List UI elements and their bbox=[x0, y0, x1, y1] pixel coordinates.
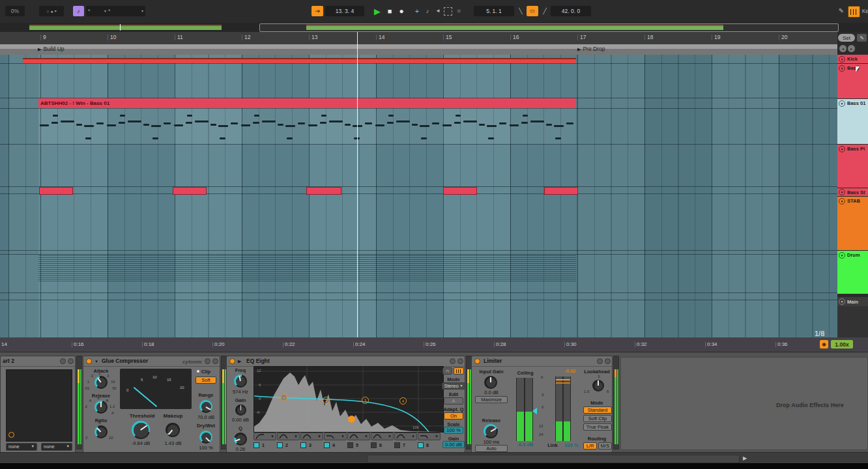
eq-band-4[interactable]: ▼ 4 bbox=[324, 433, 347, 451]
device-eq-eight[interactable]: ▶ EQ Eight Freq 574 Hz Gain 0.00 dB Q 0.… bbox=[226, 356, 465, 453]
xy-dropdown-2[interactable]: none▼ bbox=[41, 443, 72, 451]
filter-type-dropdown[interactable]: ▼ bbox=[347, 433, 370, 440]
mode-dropdown[interactable]: Stereo▼ bbox=[442, 382, 465, 390]
warp-icon[interactable]: ◉ bbox=[820, 340, 828, 348]
follow-button[interactable]: ⇥ bbox=[311, 6, 323, 16]
fold-icon[interactable]: ▾ bbox=[839, 189, 845, 195]
punch-in-icon[interactable]: ╲ bbox=[516, 6, 525, 16]
capture-circle-icon[interactable]: ○ bbox=[454, 6, 463, 16]
range-knob[interactable] bbox=[199, 400, 212, 413]
track-header-bass-st[interactable]: ▾Bass St bbox=[837, 188, 868, 196]
device-glue-compressor[interactable]: ▼ Glue Compressor cytomic Attack .01.1.3… bbox=[83, 356, 220, 453]
band-toggle[interactable] bbox=[300, 442, 306, 448]
track-header-bass-pl[interactable]: ▾Bass Pl bbox=[837, 145, 868, 153]
audition-button[interactable]: ∩ bbox=[442, 367, 452, 375]
low-pass-filter-icon[interactable]: ▼ bbox=[418, 433, 441, 440]
output-gain-value[interactable]: 0.00 dB bbox=[442, 441, 465, 448]
overdub-plus-icon[interactable]: + bbox=[412, 6, 422, 16]
device-drop-zone[interactable]: Drop Audio Effects Here bbox=[620, 357, 868, 450]
routing-lr-button[interactable]: L/R bbox=[583, 442, 597, 449]
groove-combo-2[interactable]: * ▾ bbox=[106, 6, 145, 16]
stop-button[interactable]: ■ bbox=[384, 6, 395, 16]
quantize-menu[interactable] bbox=[65, 6, 70, 16]
fold-icon[interactable]: ▾ bbox=[839, 252, 845, 259]
midi-arrangement-overdub-icon[interactable]: ♪ bbox=[423, 6, 432, 16]
band-toggle[interactable] bbox=[253, 442, 259, 448]
fold-icon[interactable]: ▾ bbox=[839, 100, 845, 107]
time-ruler[interactable]: 14 0:16 0:18 0:20 0:22 0:24 0:26 0:28 0:… bbox=[0, 337, 868, 352]
drum-lanes[interactable] bbox=[38, 255, 576, 281]
drywet-value[interactable]: 100 % bbox=[191, 446, 221, 451]
makeup-value[interactable]: 1.43 dB bbox=[155, 441, 191, 446]
io-indicator[interactable]: ○ ● ▾ bbox=[39, 6, 64, 16]
device-title-bar[interactable]: ▶ EQ Eight bbox=[227, 356, 465, 367]
locator-row[interactable]: ▶Build Up ▶Pre Drop bbox=[0, 44, 837, 55]
back-to-arrangement-icon[interactable]: ◄ bbox=[433, 6, 442, 16]
draw-mode-pencil-icon[interactable]: ✎ bbox=[837, 6, 846, 16]
record-button[interactable]: ● bbox=[396, 6, 407, 16]
band-toggle[interactable] bbox=[371, 442, 377, 448]
track-body-stab[interactable] bbox=[837, 205, 868, 250]
freq-knob[interactable] bbox=[234, 375, 247, 388]
link-value[interactable]: 100 % bbox=[560, 443, 583, 448]
filter-type-dropdown[interactable]: ▼ bbox=[277, 433, 300, 440]
hot-swap-icon[interactable] bbox=[60, 358, 66, 364]
next-marker-button[interactable]: ▸ bbox=[848, 45, 855, 52]
range-value[interactable]: 70.0 dB bbox=[191, 415, 221, 420]
filter-type-dropdown[interactable]: ▼ bbox=[253, 433, 276, 440]
fold-icon[interactable]: ▾ bbox=[839, 146, 845, 152]
computer-midi-keyboard-button[interactable] bbox=[848, 6, 860, 18]
bass-stab-clip[interactable] bbox=[39, 187, 73, 195]
routing-ms-button[interactable]: M/S bbox=[598, 442, 612, 449]
track-body-drum[interactable] bbox=[837, 259, 868, 294]
bass-stab-clip[interactable] bbox=[306, 187, 341, 195]
punch-out-icon[interactable]: ╱ bbox=[540, 6, 549, 16]
xy-pad[interactable] bbox=[6, 369, 72, 442]
gain-knob[interactable] bbox=[235, 405, 246, 416]
eq-band-5[interactable]: ▼ 5 bbox=[347, 433, 370, 451]
track-body-bass01[interactable] bbox=[837, 107, 868, 144]
hot-swap-icon[interactable] bbox=[450, 358, 456, 364]
save-preset-icon[interactable] bbox=[212, 358, 218, 364]
track-header-drum[interactable]: ▾Drum bbox=[837, 251, 868, 259]
bass-stab-clip[interactable] bbox=[173, 187, 207, 195]
band-toggle[interactable] bbox=[324, 442, 330, 448]
device-title-bar[interactable]: art 2 bbox=[1, 356, 75, 367]
mode-softclip-button[interactable]: Soft Clip bbox=[583, 415, 612, 422]
track-header-bass[interactable]: ▾Bass bbox=[837, 64, 868, 72]
eq-band-8[interactable]: ▼ 8 bbox=[418, 433, 441, 451]
playback-rate-badge[interactable]: 1.00x bbox=[831, 340, 853, 348]
arrangement-overview[interactable] bbox=[0, 23, 868, 32]
eq-band-3[interactable]: ▼ 3 bbox=[300, 433, 323, 451]
overview-viewport[interactable] bbox=[259, 23, 839, 32]
band-toggle[interactable] bbox=[277, 442, 283, 448]
threshold-knob[interactable] bbox=[132, 421, 150, 439]
edit-ab-button[interactable]: A bbox=[444, 397, 463, 405]
makeup-knob[interactable] bbox=[166, 423, 180, 437]
eq-graph[interactable]: 1234 1260-6-12 1001k10k bbox=[253, 366, 444, 433]
track-body-bass[interactable] bbox=[837, 72, 868, 98]
mode-standard-button[interactable]: Standard bbox=[583, 406, 612, 414]
loop-start-display[interactable]: 5. 1. 1 bbox=[474, 6, 514, 16]
mode-truepeak-button[interactable]: True Peak bbox=[583, 423, 612, 431]
loop-switch[interactable]: ▭ bbox=[527, 6, 538, 16]
beat-time-ruler[interactable]: 9 10 11 12 13 14 15 16 17 18 19 20 bbox=[0, 32, 837, 45]
filter-type-dropdown[interactable]: ▼ bbox=[394, 433, 417, 440]
analyzer-button[interactable] bbox=[454, 367, 464, 375]
loop-length-display[interactable]: 42. 0. 0 bbox=[551, 6, 591, 16]
fold-icon[interactable]: ▾ bbox=[839, 198, 845, 205]
expand-triangle-icon[interactable]: ▶ bbox=[740, 454, 749, 462]
locator-pre-drop[interactable]: ▶Pre Drop bbox=[577, 46, 605, 52]
adaptq-on-button[interactable]: On bbox=[444, 412, 463, 419]
hot-swap-icon[interactable] bbox=[205, 358, 210, 364]
marker-pencil-icon[interactable]: ✎ bbox=[857, 34, 867, 42]
xy-dropdown-1[interactable]: none▼ bbox=[6, 443, 37, 451]
track-header-kick[interactable]: ▾Kick bbox=[837, 55, 868, 63]
set-button[interactable]: Set bbox=[838, 34, 855, 42]
q-value[interactable]: 0.26 bbox=[227, 447, 254, 452]
playhead[interactable] bbox=[357, 32, 358, 337]
eq-band-6[interactable]: ▼ 6 bbox=[371, 433, 394, 451]
scale-value[interactable]: 100 % bbox=[444, 427, 463, 434]
eq-band-2[interactable]: ▼ 2 bbox=[277, 433, 300, 451]
band-toggle[interactable] bbox=[418, 442, 424, 448]
